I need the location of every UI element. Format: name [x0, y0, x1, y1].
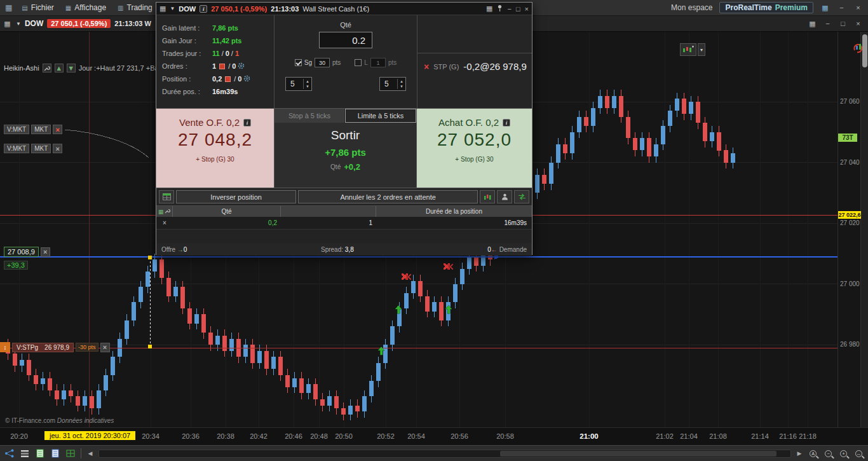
- tab-stop-ticks[interactable]: Stop à 5 ticks: [275, 109, 345, 123]
- gear-icon[interactable]: [243, 75, 250, 83]
- cancel-stop-order-icon[interactable]: ×: [424, 62, 429, 72]
- stat-duree: Durée pos. :16m39s: [162, 85, 274, 98]
- table-icon[interactable]: ▦: [158, 209, 164, 215]
- buy-button[interactable]: Achat O.F. 0,2i 27 052,0 + Stop (G) 30: [417, 109, 532, 188]
- header-duration[interactable]: Durée de la position: [376, 208, 532, 215]
- limit-ticks-spinner[interactable]: 5▲▼: [379, 77, 406, 91]
- zoom-in-button[interactable]: +: [837, 448, 850, 460]
- page-icon-blue[interactable]: [48, 448, 62, 460]
- menu-trading[interactable]: ▥Trading: [112, 0, 158, 15]
- scroll-right-button[interactable]: ▶: [794, 448, 804, 459]
- symbol-dropdown-icon[interactable]: ▼: [16, 21, 21, 27]
- window-grid-icon[interactable]: ▦: [3, 20, 12, 28]
- spinner-arrows[interactable]: ▲▼: [397, 79, 405, 89]
- sell-button[interactable]: Vente O.F. 0,2i 27 048,2 + Stop (G) 30: [156, 109, 274, 188]
- orders-count: 1: [212, 62, 216, 70]
- stop-distance-input[interactable]: [315, 58, 330, 67]
- mon-espace-link[interactable]: Mon espace: [671, 3, 712, 12]
- close-icon[interactable]: ×: [853, 20, 863, 27]
- info-icon[interactable]: i: [243, 119, 251, 127]
- header-qty[interactable]: Qté: [173, 206, 281, 217]
- horizontal-scrollbar[interactable]: [98, 450, 791, 458]
- layout-grid-icon[interactable]: [64, 448, 77, 460]
- quote-time: 21:13:03: [271, 5, 299, 13]
- close-entry-chip-icon[interactable]: ×: [41, 247, 50, 257]
- stat-gain-latent: Gain latent :7,86 pts: [162, 22, 274, 34]
- tab-limit-ticks[interactable]: Limite à 5 ticks: [345, 109, 416, 123]
- spinner-up-icon[interactable]: ▲: [398, 79, 405, 84]
- disclaimer-text: Données indicatives: [57, 417, 114, 424]
- spinner-down-icon[interactable]: ▼: [304, 84, 311, 89]
- qty-input[interactable]: [319, 32, 372, 48]
- scroll-left-button[interactable]: ◀: [85, 448, 95, 459]
- menu-affichage[interactable]: ▦Affichage: [60, 0, 112, 15]
- price-axis-label: 27 000: [840, 280, 860, 287]
- positions-table-icon[interactable]: [159, 190, 174, 203]
- header-empty[interactable]: [281, 206, 376, 217]
- info-icon[interactable]: i: [200, 5, 207, 13]
- keyboard-icon[interactable]: ▦: [808, 20, 817, 28]
- zoom-out-button[interactable]: −: [822, 448, 835, 460]
- exit-button[interactable]: Sortir +7,86 pts Qté+0,2: [275, 123, 416, 172]
- spinner-up-icon[interactable]: ▲: [304, 79, 311, 84]
- user-icon-button[interactable]: [497, 190, 512, 203]
- wrench-icon[interactable]: [165, 208, 170, 215]
- close-position-icon[interactable]: ×: [163, 219, 166, 226]
- spinner-down-icon[interactable]: ▼: [398, 84, 405, 89]
- limit-checkbox[interactable]: [355, 59, 362, 66]
- maximize-icon[interactable]: □: [516, 5, 520, 13]
- inverse-position-button[interactable]: Inverser position: [176, 190, 296, 203]
- order-window-titlebar[interactable]: ▦ ▼ DOW i 27 050,1 (-0,59%) 21:13:03 Wal…: [156, 3, 532, 15]
- minimize-icon[interactable]: −: [823, 20, 832, 27]
- app-grid-icon[interactable]: ▦: [5, 3, 12, 12]
- stop-order-type: STP (G): [433, 63, 459, 71]
- keyboard-icon[interactable]: ▦: [486, 4, 492, 13]
- window-grid-icon[interactable]: ▦: [159, 4, 166, 13]
- mini-candles-icon[interactable]: [680, 43, 696, 56]
- share-icon[interactable]: [3, 448, 16, 460]
- chart-tools-dropdown-icon[interactable]: ▾: [698, 43, 705, 56]
- tick-count-badge[interactable]: 73T: [838, 134, 857, 142]
- horizontal-scrollbar-thumb[interactable]: [500, 451, 776, 457]
- cancel-order-icon[interactable]: ×: [53, 144, 62, 153]
- position-duration: 16m39s: [212, 88, 238, 95]
- minimize-icon[interactable]: −: [507, 5, 511, 13]
- wrench-icon[interactable]: [43, 64, 51, 72]
- prorealtime-premium-badge[interactable]: ProRealTimePremium: [719, 2, 813, 13]
- close-icon[interactable]: ×: [525, 5, 529, 13]
- stop-order-row: ↕ V:STPg26 978,9 -30 pts ×: [0, 342, 110, 352]
- stop-order-badge[interactable]: V:STPg26 978,9: [12, 343, 74, 352]
- vertical-scrollbar-thumb[interactable]: [862, 34, 867, 67]
- zoom-auto-button[interactable]: A: [806, 448, 820, 460]
- gear-icon[interactable]: [238, 62, 245, 71]
- stop-checkbox[interactable]: [295, 59, 302, 66]
- stop-ticks-spinner[interactable]: 5▲▼: [285, 77, 312, 91]
- cancel-order-icon[interactable]: ×: [53, 125, 62, 134]
- close-app-icon[interactable]: ×: [853, 4, 863, 11]
- zoom-horizontal-button[interactable]: ↔: [852, 448, 865, 460]
- pin-icon[interactable]: [497, 4, 503, 13]
- position-row[interactable]: × 0,2 1 16m39s: [156, 217, 532, 230]
- menu-fichier[interactable]: ▤Fichier: [16, 0, 59, 15]
- chart-icon-button[interactable]: [480, 190, 495, 203]
- transfer-icon-button[interactable]: [514, 190, 529, 203]
- price-axis[interactable]: 73T 27 06027 04027 02027 00026 98027 022…: [837, 32, 860, 427]
- maximize-icon[interactable]: □: [838, 20, 848, 27]
- spinner-arrows[interactable]: ▲▼: [303, 79, 311, 89]
- drag-stop-icon[interactable]: ↕: [0, 342, 10, 352]
- info-icon[interactable]: i: [503, 119, 510, 127]
- minimize-app-icon[interactable]: −: [837, 4, 846, 11]
- vertical-scrollbar[interactable]: [860, 32, 868, 427]
- symbol-dropdown-icon[interactable]: ▼: [170, 6, 175, 11]
- time-axis[interactable]: jeu. 31 oct. 2019 20:30:07 20:2020:3420:…: [0, 427, 868, 445]
- stat-label: Position :: [162, 75, 210, 83]
- spread-label: Spread:: [321, 246, 343, 253]
- cancel-stop-icon[interactable]: ×: [100, 343, 110, 352]
- add-indicator-down-icon[interactable]: ▼: [67, 64, 76, 72]
- limit-distance-input[interactable]: [370, 58, 386, 67]
- page-list-icon[interactable]: [18, 448, 31, 460]
- cancel-orders-button[interactable]: Annuler les 2 ordres en attente: [298, 190, 478, 203]
- page-icon-green[interactable]: [33, 448, 46, 460]
- workspace-grid-icon[interactable]: ▦: [820, 4, 830, 12]
- add-indicator-up-icon[interactable]: ▲: [55, 64, 64, 72]
